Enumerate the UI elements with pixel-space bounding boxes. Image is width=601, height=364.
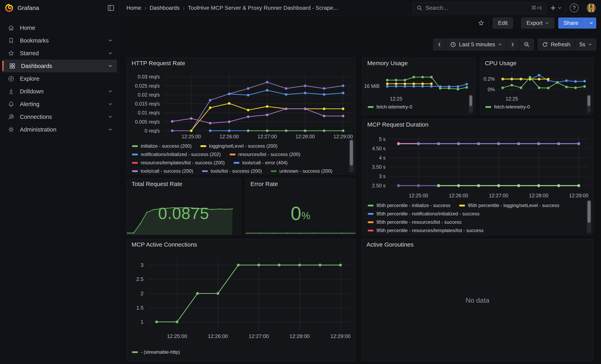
legend-item[interactable]: 95th percentile - notifications/initiali… [368, 211, 480, 216]
sidebar-item-home[interactable]: Home [0, 21, 120, 34]
panel-header[interactable]: HTTP Request Rate [127, 58, 356, 69]
plug-icon [8, 113, 15, 120]
svg-text:2.50 s: 2.50 s [372, 183, 386, 188]
export-button[interactable]: Export [521, 18, 554, 29]
topbar-brand-section: Grafana [0, 0, 120, 16]
legend-scrollbar[interactable] [469, 95, 473, 113]
sidebar-item-explore[interactable]: Explore [0, 72, 120, 85]
share-label[interactable]: Share [558, 18, 583, 29]
edit-button[interactable]: Edit [493, 18, 513, 29]
mcp-active-connections-chart[interactable]: 12:25:0012:26:0012:27:0012:28:0012:29:00… [128, 251, 354, 344]
svg-text:12:25:00: 12:25:00 [167, 333, 187, 339]
legend-series-label: logging/setLevel - success (200) [209, 143, 277, 149]
user-avatar[interactable] [587, 3, 596, 12]
legend-item[interactable]: tools/list - success (200) [202, 168, 262, 173]
svg-text:12:25: 12:25 [390, 96, 402, 101]
legend-item[interactable]: resources/list - success (200) [230, 152, 300, 157]
brand-title: Grafana [18, 5, 103, 11]
time-shift-forward-button[interactable] [506, 38, 519, 51]
bell-icon [8, 100, 15, 108]
help-button[interactable]: ? [570, 4, 579, 12]
new-button[interactable] [550, 5, 562, 11]
star-icon [8, 50, 15, 57]
legend-series-color [368, 230, 374, 231]
svg-text:4 s: 4 s [379, 155, 386, 160]
panel-header[interactable]: MCP Active Connections [127, 239, 356, 250]
sidebar-item-administration[interactable]: Administration [0, 123, 120, 136]
svg-text:12:28:00: 12:28:00 [529, 193, 548, 198]
legend-item[interactable]: notifications/initialized - success (202… [132, 152, 221, 157]
breadcrumb-item-dashboards[interactable]: Dashboards [150, 5, 180, 11]
scrollbar-thumb[interactable] [470, 95, 472, 106]
panel-http-request-rate: HTTP Request Rate 12:25:0012:26:0012:27:… [127, 58, 356, 175]
legend-item[interactable]: tools/call - success (200) [132, 168, 193, 173]
legend-item[interactable]: fetch-telemetry-0 [485, 104, 530, 110]
scrollbar-thumb[interactable] [588, 201, 591, 223]
legend-scrollbar[interactable] [349, 139, 354, 172]
star-icon [478, 20, 485, 26]
legend-item[interactable]: unknown - success (200) [271, 168, 332, 173]
panel-title: HTTP Request Rate [131, 60, 185, 67]
refresh-button[interactable]: Refresh [538, 38, 575, 51]
panel-title: Memory Usage [367, 60, 408, 67]
mcp-request-duration-chart[interactable]: 12:25:0012:26:0012:27:0012:28:0012:29:00… [364, 130, 591, 202]
legend-item[interactable]: - (streamable-http) [132, 349, 180, 355]
chevron-down-icon [588, 43, 592, 46]
sidebar-item-dashboards[interactable]: Dashboards [2, 59, 117, 72]
sidebar: Home Bookmarks Starred Dashb [0, 16, 120, 364]
time-range-picker[interactable]: Last 5 minutes [445, 38, 506, 51]
breadcrumb-separator: › [144, 5, 147, 11]
http-request-rate-chart[interactable]: 12:25:0012:26:0012:27:0012:28:0012:29:00… [128, 69, 354, 143]
legend-item[interactable]: logging/setLevel - success (200) [200, 143, 277, 149]
sidebar-item-drilldown[interactable]: Drilldown [0, 85, 120, 98]
search-input[interactable]: Search... ⌘+k [413, 2, 546, 14]
sidebar-item-label: Administration [20, 126, 56, 133]
legend-item[interactable]: resources/templates/list - success (200) [132, 160, 225, 166]
legend-series-color [233, 162, 240, 164]
refresh-interval-picker[interactable]: 5s [575, 38, 596, 51]
legend-item[interactable]: 95th percentile - logging/setLevel - suc… [459, 203, 559, 208]
grafana-logo-icon[interactable] [5, 4, 13, 12]
legend-series-label: unknown - success (200) [280, 168, 332, 173]
panel-mcp-active-connections: MCP Active Connections 12:25:0012:26:001… [127, 239, 356, 361]
legend-scrollbar[interactable] [587, 200, 591, 233]
favorite-star-button[interactable] [478, 20, 485, 26]
panel-header[interactable]: Active Goroutines [362, 239, 593, 250]
time-zoom-out-button[interactable] [519, 38, 534, 51]
breadcrumb-item-home[interactable]: Home [126, 5, 141, 11]
svg-text:1: 1 [141, 319, 143, 325]
panel-mcp-request-duration: MCP Request Duration 12:25:0012:26:0012:… [362, 119, 593, 235]
legend-item[interactable]: fetch-telemetry-0 [368, 104, 412, 110]
legend-item[interactable]: 95th percentile - resources/list - succe… [368, 219, 461, 225]
scrollbar-thumb[interactable] [350, 140, 353, 166]
drilldown-icon [8, 88, 15, 95]
sidebar-item-connections[interactable]: Connections [0, 110, 120, 123]
chevron-down-icon [108, 103, 113, 106]
breadcrumb: Home › Dashboards › ToolHive MCP Server … [126, 5, 338, 11]
legend-item[interactable]: 95th percentile - initialize - success [368, 203, 450, 208]
legend-scrollbar[interactable] [587, 95, 591, 113]
svg-text:5 s: 5 s [379, 136, 386, 142]
panel-header[interactable]: MCP Request Duration [362, 119, 593, 130]
legend-item[interactable]: 95th percentile - resources/templates/li… [368, 228, 483, 233]
topbar-main-section: Home › Dashboards › ToolHive MCP Server … [120, 0, 601, 16]
sidebar-toggle-button[interactable] [107, 4, 115, 11]
legend-item[interactable]: initialize - success (200) [132, 143, 191, 149]
scrollbar-thumb[interactable] [588, 95, 590, 106]
cpu-usage-chart[interactable]: 12:250%0.2% [481, 68, 592, 103]
memory-usage-chart[interactable]: 12:2516 MiB [363, 68, 474, 103]
legend-item[interactable]: tools/call - error (404) [233, 160, 288, 166]
time-shift-back-button[interactable] [433, 38, 445, 51]
panel-header[interactable]: Memory Usage [362, 58, 475, 69]
share-button[interactable]: Share [558, 18, 596, 29]
share-dropdown-button[interactable] [586, 18, 596, 29]
breadcrumb-separator: › [183, 5, 185, 11]
panel-header[interactable]: CPU Usage [480, 58, 593, 69]
chevron-down-icon [108, 90, 113, 93]
svg-text:2: 2 [141, 290, 143, 296]
sidebar-item-bookmarks[interactable]: Bookmarks [0, 34, 120, 47]
sidebar-item-starred[interactable]: Starred [0, 47, 120, 59]
legend-series-label: tools/call - success (200) [141, 168, 193, 173]
sidebar-item-alerting[interactable]: Alerting [0, 98, 120, 110]
time-controls: Last 5 minutes [433, 38, 596, 51]
